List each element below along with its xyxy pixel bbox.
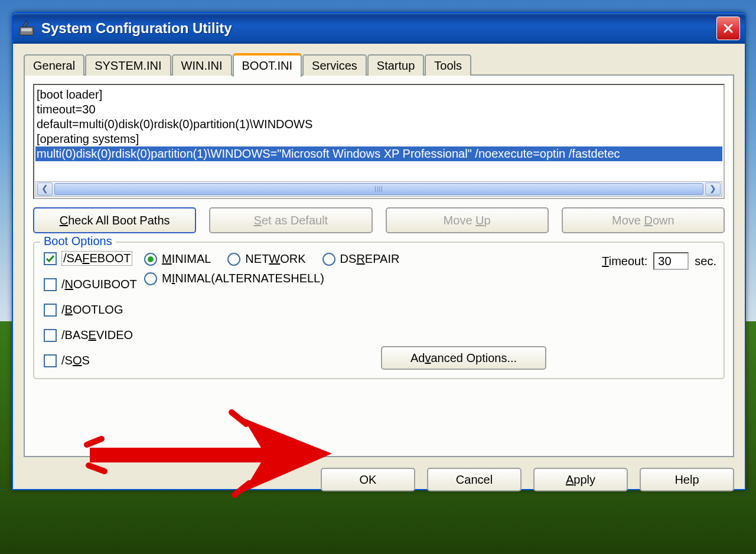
network-label: NETWORK [245, 252, 305, 266]
bootini-line[interactable]: [operating systems] [35, 132, 722, 146]
bootini-line[interactable]: default=multi(0)disk(0)rdisk(0)partition… [35, 117, 722, 132]
titlebar[interactable]: System Configuration Utility [13, 13, 745, 44]
cancel-button[interactable]: Cancel [427, 468, 522, 491]
checkbox-column: /SAFEBOOT /NOGUIBOOT /BOOTLOG /BASE [44, 251, 144, 367]
bootini-line-selected[interactable]: multi(0)disk(0)rdisk(0)partition(1)\WIND… [35, 146, 722, 161]
ok-button[interactable]: OK [321, 468, 415, 491]
dsrepair-radio[interactable] [322, 253, 335, 266]
tab-services[interactable]: Services [302, 54, 367, 76]
timeout-input[interactable] [653, 252, 689, 270]
noguiboot-option[interactable]: /NOGUIBOOT [44, 278, 144, 291]
window-title: System Configuration Utility [41, 20, 716, 37]
boot-options-group: Boot Options Timeout: sec. /SAFEBOOT [33, 242, 725, 379]
help-button[interactable]: Help [640, 468, 734, 491]
move-up-button: Move Up [386, 207, 549, 233]
horizontal-scrollbar[interactable]: ❮ |||| ❯ [35, 181, 722, 197]
minimal-alt-label: MINIMAL(ALTERNATESHELL) [162, 272, 324, 285]
timeout-block: Timeout: sec. [602, 252, 716, 270]
timeout-unit: sec. [695, 255, 716, 268]
tab-strip: General SYSTEM.INI WIN.INI BOOT.INI Serv… [24, 53, 734, 76]
bootini-line[interactable]: [boot loader] [35, 87, 722, 102]
scroll-left-arrow[interactable]: ❮ [37, 183, 53, 195]
bootini-line[interactable]: timeout=30 [35, 102, 722, 117]
tab-winini[interactable]: WIN.INI [172, 54, 232, 76]
path-buttons-row: Check All Boot Paths Set as Default Move… [33, 207, 725, 233]
safeboot-option[interactable]: /SAFEBOOT [44, 251, 144, 266]
scroll-thumb[interactable]: |||| [54, 183, 703, 195]
minimal-alt-radio[interactable] [144, 272, 157, 285]
tab-panel-bootini: [boot loader] timeout=30 default=multi(0… [24, 74, 734, 457]
safeboot-checkbox[interactable] [44, 252, 57, 265]
svg-rect-1 [21, 28, 32, 31]
noguiboot-label: /NOGUIBOOT [61, 278, 137, 291]
dsrepair-label: DSREPAIR [340, 252, 400, 266]
set-as-default-button: Set as Default [209, 207, 372, 233]
bootini-listbox[interactable]: [boot loader] timeout=30 default=multi(0… [33, 84, 725, 199]
tab-startup[interactable]: Startup [367, 54, 424, 76]
network-option[interactable]: NETWORK [227, 252, 305, 266]
network-radio[interactable] [227, 253, 240, 266]
msconfig-window: System Configuration Utility General SYS… [12, 12, 746, 490]
dialog-body: General SYSTEM.INI WIN.INI BOOT.INI Serv… [13, 44, 745, 498]
tab-tools[interactable]: Tools [425, 54, 471, 76]
tab-bootini[interactable]: BOOT.INI [233, 53, 302, 77]
sos-option[interactable]: /SOS [44, 354, 144, 367]
minimal-alt-option[interactable]: MINIMAL(ALTERNATESHELL) [144, 272, 714, 285]
dialog-buttons: OK Cancel Apply Help [24, 468, 734, 491]
check-all-boot-paths-button[interactable]: Check All Boot Paths [33, 207, 196, 233]
minimal-radio[interactable] [144, 253, 157, 266]
safeboot-label: /SAFEBOOT [61, 251, 132, 266]
close-button[interactable] [716, 17, 740, 40]
advanced-options-button[interactable]: Advanced Options... [381, 346, 546, 370]
minimal-label: MINIMAL [162, 252, 211, 266]
bootlog-option[interactable]: /BOOTLOG [44, 303, 144, 317]
bootlog-checkbox[interactable] [44, 304, 57, 317]
tab-general[interactable]: General [24, 54, 84, 76]
group-title: Boot Options [40, 234, 116, 248]
apply-button[interactable]: Apply [533, 468, 628, 491]
app-icon [18, 19, 35, 37]
sos-label: /SOS [61, 354, 90, 367]
timeout-label: Timeout: [602, 255, 647, 268]
bootlog-label: /BOOTLOG [61, 303, 123, 317]
minimal-option[interactable]: MINIMAL [144, 252, 211, 266]
scroll-right-arrow[interactable]: ❯ [705, 183, 721, 195]
basevideo-option[interactable]: /BASEVIDEO [44, 328, 144, 342]
noguiboot-checkbox[interactable] [44, 278, 57, 291]
tab-systemini[interactable]: SYSTEM.INI [85, 54, 171, 76]
dsrepair-option[interactable]: DSREPAIR [322, 252, 400, 266]
move-down-button: Move Down [562, 207, 725, 233]
basevideo-checkbox[interactable] [44, 329, 57, 342]
basevideo-label: /BASEVIDEO [61, 328, 133, 342]
sos-checkbox[interactable] [44, 354, 57, 367]
scroll-track[interactable]: |||| [54, 183, 704, 195]
